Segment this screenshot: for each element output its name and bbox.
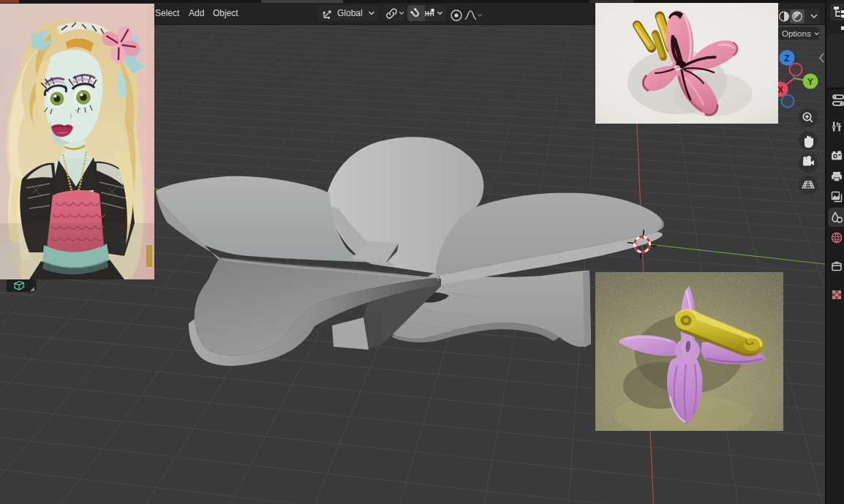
svg-text:X: X bbox=[777, 85, 783, 95]
svg-text:Y: Y bbox=[807, 77, 813, 87]
svg-text:Z: Z bbox=[784, 53, 789, 64]
